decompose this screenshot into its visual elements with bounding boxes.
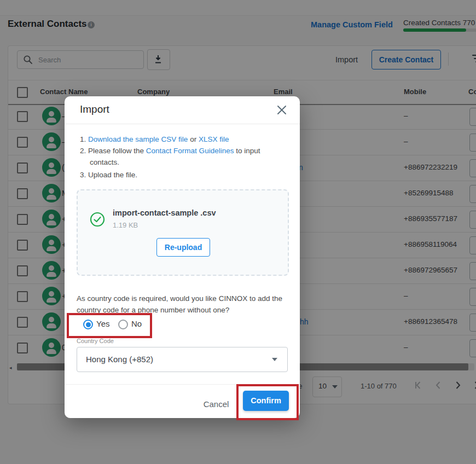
- country-code-value: Hong Kong (+852): [86, 355, 153, 364]
- uploaded-file-size: 1.19 KB: [113, 221, 138, 229]
- uploaded-file-name: import-contact-sample .csv: [113, 208, 216, 217]
- cancel-button[interactable]: Cancel: [198, 395, 234, 414]
- download-xlsx-link[interactable]: XLSX file: [199, 135, 229, 143]
- contact-format-guidelines-link[interactable]: Contact Format Guidelines: [146, 147, 234, 155]
- step-text: or: [188, 135, 199, 143]
- modal-title: Import: [80, 103, 109, 115]
- check-circle-icon: [90, 212, 105, 227]
- country-code-select[interactable]: Hong Kong (+852): [77, 347, 288, 372]
- step-number: 1.: [80, 135, 86, 143]
- annotation-box-confirm: [236, 384, 299, 420]
- import-step-2: 2. Please follow the Contact Format Guid…: [80, 147, 260, 155]
- step-text: Please follow the: [88, 147, 146, 155]
- import-modal: Import 1. Download the sample CSV file o…: [65, 96, 300, 418]
- step-text: to input: [234, 147, 260, 155]
- annotation-box-radios: [67, 313, 152, 338]
- country-code-question-line1: As country code is required, would you l…: [77, 294, 282, 303]
- country-code-label: Country Code: [77, 338, 114, 344]
- close-icon[interactable]: [276, 104, 288, 116]
- step-number: 3.: [80, 171, 86, 179]
- step-number: 2.: [80, 147, 86, 155]
- download-csv-link[interactable]: Download the sample CSV file: [88, 135, 188, 143]
- import-step-3: 3. Upload the file.: [80, 171, 137, 179]
- chevron-down-icon: [272, 358, 277, 361]
- modal-header-divider: [65, 124, 300, 124]
- reupload-button[interactable]: Re-upload: [156, 238, 210, 257]
- import-step-1: 1. Download the sample CSV file or XLSX …: [80, 135, 229, 143]
- file-upload-dropzone[interactable]: import-contact-sample .csv 1.19 KB Re-up…: [77, 189, 289, 276]
- step-text: Upload the file.: [88, 171, 137, 179]
- import-step-2-wrap: contacts.: [90, 158, 119, 166]
